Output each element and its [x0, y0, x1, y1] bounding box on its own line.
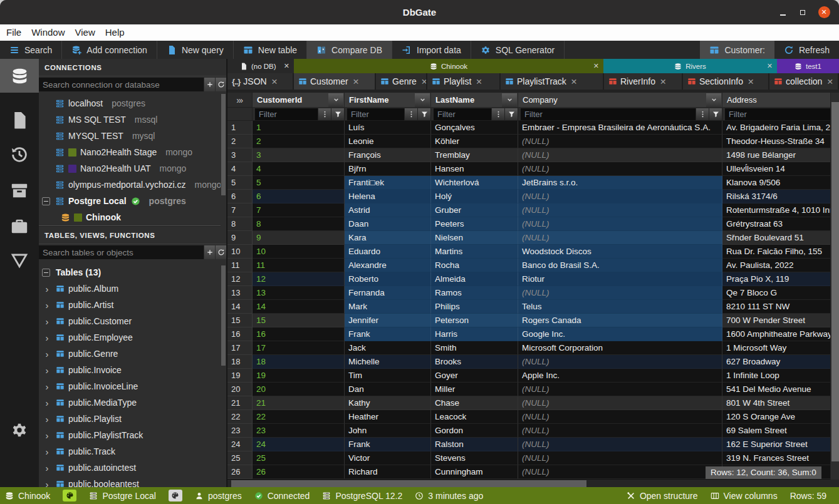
grid-cell[interactable]: Gonçalves: [431, 121, 518, 135]
table-item[interactable]: ›public.Artist: [39, 297, 226, 313]
grid-cell[interactable]: Frank: [345, 327, 431, 341]
toolbar-customer--button[interactable]: Customer:: [700, 41, 774, 59]
grid-cell[interactable]: François: [345, 148, 431, 162]
tables-group[interactable]: Tables (13): [39, 264, 226, 280]
table-item[interactable]: ›public.MediaType: [39, 394, 226, 411]
filter-funnel-button[interactable]: [417, 108, 430, 120]
connections-search-input[interactable]: [39, 78, 204, 91]
grid-cell[interactable]: Michelle: [345, 355, 431, 369]
column-header-CustomerId[interactable]: CustomerId: [253, 93, 345, 108]
row-number[interactable]: 15: [227, 314, 253, 327]
grid-cell[interactable]: Philips: [431, 300, 518, 314]
filter-menu-button[interactable]: [696, 108, 709, 120]
grid-cell[interactable]: 8210 111 ST NW: [722, 300, 839, 314]
row-number[interactable]: 24: [227, 438, 253, 451]
column-menu-button[interactable]: [502, 93, 517, 107]
row-number[interactable]: 5: [227, 176, 253, 190]
grid-cell[interactable]: Ullevĺlsveien 14: [722, 162, 839, 176]
grid-cell[interactable]: Mark: [345, 300, 431, 314]
row-number[interactable]: 2: [227, 135, 253, 148]
column-menu-button[interactable]: [706, 93, 721, 107]
grid-cell[interactable]: 21: [253, 396, 345, 410]
grid-cell[interactable]: 69 Salem Street: [722, 424, 839, 438]
collapse-toggle[interactable]: [42, 269, 50, 277]
row-number[interactable]: 7: [227, 203, 253, 217]
connection-item[interactable]: Nano2Health Stagemongo: [39, 144, 226, 160]
close-icon[interactable]: ✕: [271, 77, 278, 86]
grid-cell[interactable]: 1 Microsoft Way: [722, 341, 839, 355]
status-view-columns[interactable]: View columns: [711, 491, 778, 501]
table-item[interactable]: ›public.Genre: [39, 346, 226, 362]
filter-menu-button[interactable]: [404, 108, 417, 120]
filter-menu-button[interactable]: [491, 108, 504, 120]
grid-cell[interactable]: Rocha: [431, 259, 518, 272]
chevron-right-icon[interactable]: ›: [43, 332, 51, 343]
table-item[interactable]: ›public.autoinctest: [39, 460, 226, 476]
grid-cell[interactable]: 4: [253, 162, 345, 176]
close-icon[interactable]: ✕: [826, 77, 833, 86]
grid-cell[interactable]: 5: [253, 176, 345, 190]
grid-cell[interactable]: 9: [253, 231, 345, 245]
chevron-right-icon[interactable]: ›: [43, 349, 51, 359]
connection-item[interactable]: Chinook: [39, 209, 226, 225]
maximize-button[interactable]: [793, 0, 812, 24]
row-number[interactable]: 9: [227, 231, 253, 245]
grid-cell[interactable]: (NULL): [518, 410, 722, 424]
table-item[interactable]: ›public.booleantest: [39, 476, 226, 487]
toolbar-new-query-button[interactable]: New query: [157, 41, 234, 59]
scrollbar-thumb[interactable]: [221, 94, 226, 195]
grid-cell[interactable]: Rotenturmstraße 4, 1010 Innere Stadt: [722, 203, 839, 217]
grid-cell[interactable]: 17: [253, 341, 345, 355]
grid-cell[interactable]: 11: [253, 259, 345, 272]
scrollbar-thumb[interactable]: [221, 265, 226, 366]
menu-window[interactable]: Window: [26, 24, 70, 41]
rail-archive-button[interactable]: [0, 173, 39, 207]
grid-cell[interactable]: Telus: [518, 300, 722, 314]
grid-cell[interactable]: (NULL): [518, 135, 722, 148]
chevron-right-icon[interactable]: ›: [43, 430, 51, 441]
column-header-Address[interactable]: Address: [722, 93, 839, 108]
grid-cell[interactable]: Almeida: [431, 272, 518, 286]
grid-cell[interactable]: 26: [253, 465, 345, 479]
close-icon[interactable]: ✕: [660, 77, 666, 86]
grid-cell[interactable]: Praça Pio X, 119: [722, 272, 839, 286]
grid-cell[interactable]: Kathy: [345, 396, 431, 410]
menu-file[interactable]: File: [1, 24, 26, 41]
grid-cell[interactable]: 12: [253, 272, 345, 286]
column-header-LastName[interactable]: LastName: [431, 93, 518, 108]
grid-cell[interactable]: Qe 7 Bloco G: [722, 286, 839, 300]
status-color-swatch[interactable]: [169, 490, 182, 501]
table-item[interactable]: ›public.Employee: [39, 329, 226, 346]
grid-cell[interactable]: 8: [253, 217, 345, 231]
grid-cell[interactable]: (NULL): [518, 162, 722, 176]
grid-cell[interactable]: Rogers Canada: [518, 314, 722, 327]
grid-cell[interactable]: (NULL): [518, 396, 722, 410]
row-number[interactable]: 19: [227, 369, 253, 383]
filter-funnel-button[interactable]: [504, 108, 518, 120]
grid-cell[interactable]: 120 S Orange Ave: [722, 410, 839, 424]
grid-cell[interactable]: Google Inc.: [518, 327, 722, 341]
grid-cell[interactable]: Richard: [345, 465, 431, 479]
close-icon[interactable]: ✕: [571, 77, 577, 86]
row-number[interactable]: 3: [227, 148, 253, 162]
rail-database-button[interactable]: [0, 59, 39, 93]
tab-PlaylistTrack[interactable]: PlaylistTrack✕: [501, 73, 604, 90]
grid-cell[interactable]: Grétrystraat 63: [722, 217, 839, 231]
grid-cell[interactable]: Tremblay: [431, 148, 518, 162]
grid-cell[interactable]: Wichterlová: [431, 176, 518, 190]
close-icon[interactable]: ✕: [593, 62, 599, 70]
tab-JSON[interactable]: {..}JSON✕: [227, 73, 294, 90]
grid-cell[interactable]: Klanova 9/506: [722, 176, 839, 190]
grid-cell[interactable]: (NULL): [518, 231, 722, 245]
row-number[interactable]: 26: [227, 465, 253, 479]
grid-cell[interactable]: 1600 Amphitheatre Parkway: [722, 327, 839, 341]
rail-file-button[interactable]: [0, 103, 39, 137]
grid-cell[interactable]: 700 W Pender Street: [722, 314, 839, 327]
row-number[interactable]: 23: [227, 424, 253, 438]
status-postgres[interactable]: postgres: [195, 491, 242, 501]
connections-scrollbar[interactable]: [221, 94, 226, 229]
grid-cell[interactable]: Goyer: [431, 369, 518, 383]
grid-cell[interactable]: Luís: [345, 121, 431, 135]
minimize-button[interactable]: [773, 0, 792, 24]
grid-cell[interactable]: 6: [253, 190, 345, 203]
